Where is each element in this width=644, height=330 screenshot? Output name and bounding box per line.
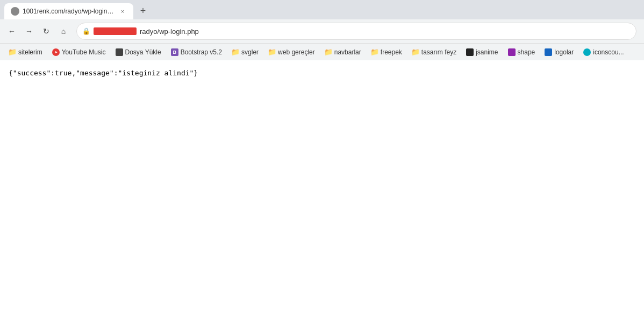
tasarim-feyz-label: tasarım feyz <box>421 48 456 56</box>
bookmark-tasarim-feyz[interactable]: 📁tasarım feyz <box>407 47 461 58</box>
svg-marker-3 <box>55 51 58 53</box>
new-tab-button[interactable]: + <box>135 3 151 18</box>
web-gerecler-icon: 📁 <box>268 48 276 56</box>
bootstrap-label: Bootstrap v5.2 <box>181 48 222 56</box>
forward-button[interactable]: → <box>22 24 37 39</box>
toolbar: ← → ↻ ⌂ 🔒 radyo/wp-login.php <box>0 19 644 43</box>
jsanime-icon <box>466 48 474 56</box>
shape-label: shape <box>518 48 535 56</box>
address-bar[interactable]: 🔒 radyo/wp-login.php <box>76 23 636 40</box>
tasarim-feyz-icon: 📁 <box>412 48 419 56</box>
tab-title: 1001renk.com/radyo/wp-login.p... <box>23 8 115 15</box>
bookmark-iconscout[interactable]: iconscou... <box>579 47 628 58</box>
dosya-yukle-label: Dosya Yükle <box>125 48 161 56</box>
jsanime-label: jsanime <box>476 48 498 56</box>
address-redacted <box>94 27 137 35</box>
iconscout-label: iconscou... <box>593 48 624 56</box>
bookmark-logolar[interactable]: logolar <box>540 47 578 58</box>
address-text: radyo/wp-login.php <box>140 27 199 36</box>
youtube-music-label: YouTube Music <box>62 48 106 56</box>
back-button[interactable]: ← <box>4 24 19 39</box>
logolar-label: logolar <box>554 48 574 56</box>
page-content: {"success":true,"message":"isteginiz ali… <box>0 60 644 329</box>
web-gerecler-label: web gereçler <box>278 48 315 56</box>
bookmark-web-gerecler[interactable]: 📁web gereçler <box>264 47 319 58</box>
tab-close-button[interactable]: × <box>118 7 127 16</box>
bookmark-svgler[interactable]: 📁svgler <box>227 47 263 58</box>
bookmark-freepek[interactable]: 📁freepek <box>367 47 406 58</box>
iconscout-icon <box>583 48 591 56</box>
svgler-label: svgler <box>241 48 259 56</box>
active-tab[interactable]: 1001renk.com/radyo/wp-login.p... × <box>4 3 133 19</box>
bookmark-dosya-yukle[interactable]: Dosya Yükle <box>111 47 166 58</box>
response-text: {"success":true,"message":"isteginiz ali… <box>9 69 198 77</box>
bookmark-shape[interactable]: shape <box>504 47 540 58</box>
tab-favicon-icon <box>11 7 19 16</box>
bookmark-navbarlar[interactable]: 📁navbarlar <box>320 47 366 58</box>
navbarlar-label: navbarlar <box>334 48 361 56</box>
bootstrap-icon: B <box>171 48 178 56</box>
shape-icon <box>508 48 516 56</box>
freepek-label: freepek <box>381 48 402 56</box>
sitelerim-label: sitelerim <box>18 48 42 56</box>
lock-icon: 🔒 <box>82 27 90 35</box>
youtube-music-icon <box>52 48 60 56</box>
bookmark-bootstrap[interactable]: BBootstrap v5.2 <box>167 47 226 58</box>
bookmark-jsanime[interactable]: jsanime <box>462 47 502 58</box>
reload-button[interactable]: ↻ <box>39 24 54 39</box>
bookmark-sitelerim[interactable]: 📁sitelerim <box>4 47 47 58</box>
freepek-icon: 📁 <box>371 48 378 56</box>
sitelerim-icon: 📁 <box>9 48 16 56</box>
dosya-yukle-icon <box>116 48 123 56</box>
home-button[interactable]: ⌂ <box>56 24 71 39</box>
tab-bar: 1001renk.com/radyo/wp-login.p... × + <box>0 0 644 19</box>
bookmark-youtube-music[interactable]: YouTube Music <box>48 47 110 58</box>
logolar-icon <box>545 48 552 56</box>
navbarlar-icon: 📁 <box>325 48 332 56</box>
svgler-icon: 📁 <box>232 48 239 56</box>
bookmarks-bar: 📁sitelerimYouTube MusicDosya YükleBBoots… <box>0 43 644 60</box>
